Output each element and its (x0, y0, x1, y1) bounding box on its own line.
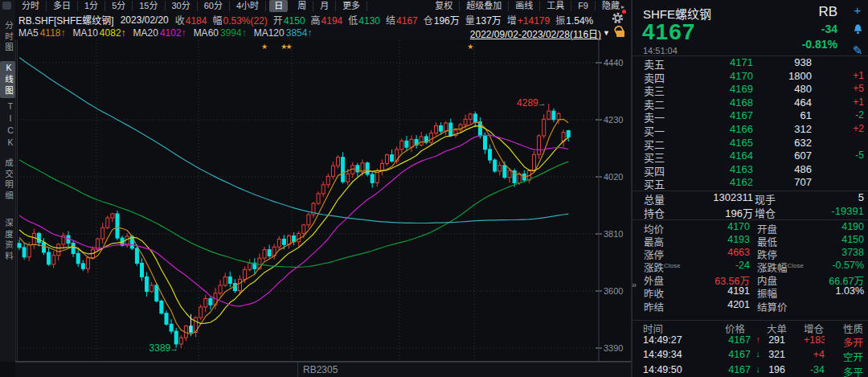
book-row-买五[interactable]: 买五4162707 (633, 176, 868, 190)
info-value: 1.54% (566, 15, 593, 27)
svg-text:4230: 4230 (604, 115, 623, 125)
totals-value: 196万 (725, 205, 753, 220)
info-value: 137万 (476, 15, 502, 27)
totals-row: 持仓196万增仓-19391 (633, 205, 868, 219)
trade-price: 4167 (728, 349, 751, 360)
book-price: 4165 (730, 137, 753, 149)
trade-price: 4167 (728, 364, 751, 375)
book-row-买四[interactable]: 买四4163486 (633, 163, 868, 177)
svg-text:3810: 3810 (604, 229, 623, 239)
info-label: 结 (386, 15, 395, 27)
book-row-卖五[interactable]: 卖五4171938 (633, 56, 868, 70)
info-开: 开4150 (273, 13, 305, 27)
stats-label: 结算价 (757, 299, 788, 314)
sidebar-item-K线图[interactable]: K线图 (0, 61, 15, 98)
sidebar-item-深度资料[interactable]: 深度资料 (0, 211, 15, 269)
sidebar-item-成交明细[interactable]: 成交明细 (0, 152, 15, 208)
ma-label: MA120 (254, 27, 285, 39)
info-value: 4184 (186, 15, 207, 27)
trade-big-lot: 291 (768, 334, 785, 346)
date-range-text[interactable]: 2022/09/02-2023/02/28(116日) (470, 27, 601, 40)
stats-value: -0.57% (832, 260, 864, 271)
quote-time: 14:51:04 (643, 46, 678, 55)
book-row-买二[interactable]: 买二4165632 (633, 137, 868, 150)
info-label: 高 (311, 15, 321, 27)
add-watchlist-icon[interactable]: + (850, 3, 865, 18)
stats-value: 4170 (727, 221, 750, 232)
tool-超级叠加[interactable]: 超级叠加 (460, 1, 509, 11)
volume-totals: 总量1302311现手5持仓196万增仓-19391 (633, 191, 868, 219)
stats-row: 涨跌Close-24涨跌幅Close-0.57% (633, 260, 868, 273)
stats-value: 4190 (841, 221, 864, 232)
event-star-icon: ★ (285, 43, 292, 51)
info-value: 4194 (321, 15, 343, 27)
book-row-卖二[interactable]: 卖二4168464+1 (633, 96, 868, 110)
event-star-icon: ★ (467, 43, 473, 51)
tab-period-周[interactable]: 周 (291, 1, 313, 11)
tab-period-多日[interactable]: 多日 (47, 1, 78, 11)
totals-row: 总量1302311现手5 (633, 191, 868, 205)
tool-工具[interactable]: 工具 (540, 1, 571, 11)
book-delta: +1 (853, 96, 864, 108)
tool-画线[interactable]: 画线 (509, 1, 540, 11)
tab-period-1分[interactable]: 1分 (78, 1, 105, 11)
ma-legend-MA120: MA1203854↑ (254, 27, 313, 39)
sidebar-item-分时图[interactable]: 分时图 (0, 14, 15, 60)
trade-big-lot: 196 (768, 364, 785, 375)
stats-row: 昨结4201结算价 (633, 299, 868, 312)
tool-F9[interactable]: F9 (571, 1, 596, 11)
totals-value: 1302311 (713, 191, 753, 203)
info-高: 高4194 (311, 13, 343, 27)
info-低: 低4130 (348, 13, 380, 27)
book-level-label: 买五 (644, 176, 665, 191)
panel-expand-chevron[interactable]: » (632, 280, 637, 289)
alert-bell-icon[interactable] (850, 23, 865, 38)
tab-period-15分[interactable]: 15分 (133, 1, 165, 11)
svg-text:4440: 4440 (604, 58, 623, 68)
ma-label: MA5 (18, 27, 39, 39)
info-label: 增 (507, 15, 517, 27)
book-row-卖四[interactable]: 卖四41701800+1 (633, 70, 868, 84)
trade-price: 4167 (728, 334, 751, 346)
trade-oi-change: +4 (813, 349, 825, 360)
arrow-up-icon: ↑ (756, 334, 761, 344)
book-price: 4166 (730, 123, 753, 135)
tab-period-4小时[interactable]: 4小时 (230, 1, 266, 11)
trade-time: 14:49:27 (643, 334, 682, 346)
tab-period-分时[interactable]: 分时 (15, 1, 47, 11)
tab-period-5分[interactable]: 5分 (105, 1, 133, 11)
book-volume: 486 (794, 163, 812, 175)
tab-period-日[interactable]: 日 (269, 0, 288, 12)
tab-period-更多[interactable]: 更多 (336, 1, 367, 11)
kline-chart-svg[interactable]: 444042304020381036003390★★★★→4289→3389 (15, 40, 631, 362)
notification-dot (622, 10, 626, 14)
ma-value: 4102↑ (160, 27, 186, 39)
ma-legend-MA5: MA54118↑ (18, 27, 66, 39)
ma-label: MA20 (133, 27, 158, 39)
tab-period-30分[interactable]: 30分 (166, 1, 198, 11)
book-row-买三[interactable]: 买三4164607-5 (633, 150, 868, 163)
sidebar-collapse-icon[interactable] (2, 2, 11, 10)
book-row-买一[interactable]: 买一4166312+2 (633, 123, 868, 137)
book-row-卖三[interactable]: 卖三4169480+5 (633, 83, 868, 96)
book-row-卖一[interactable]: 卖一416761-2 (633, 109, 868, 123)
settings-gear-icon[interactable] (611, 11, 624, 25)
book-delta: +1 (853, 70, 864, 81)
ma-label: MA10 (73, 27, 98, 39)
ma-value: 4082↑ (100, 27, 126, 39)
totals-label: 持仓 (644, 205, 665, 220)
sidebar-item-TICK[interactable]: TICK (0, 101, 15, 148)
book-price: 4162 (730, 176, 753, 188)
kline-chart[interactable]: 444042304020381036003390★★★★→4289→3389 (15, 40, 631, 362)
tab-period-60分[interactable]: 60分 (198, 1, 230, 11)
date-range-selector[interactable]: 2022/09/02-2023/02/28(116日) ▼ (470, 27, 610, 39)
tab-period-月[interactable]: 月 (313, 1, 336, 11)
info-label: 低 (348, 15, 358, 27)
price-change: -34 (821, 23, 837, 35)
unlock-icon[interactable] (613, 26, 626, 39)
tool-复权[interactable]: 复权 (428, 1, 460, 11)
ma-value: 3994↑ (220, 27, 247, 39)
chevron-down-icon[interactable]: ▼ (603, 29, 610, 37)
info-收: 收4184 (175, 13, 207, 27)
futures-terminal: 分时图K线图TICK成交明细深度资料 分时多日1分5分15分30分60分4小时日… (0, 0, 868, 377)
